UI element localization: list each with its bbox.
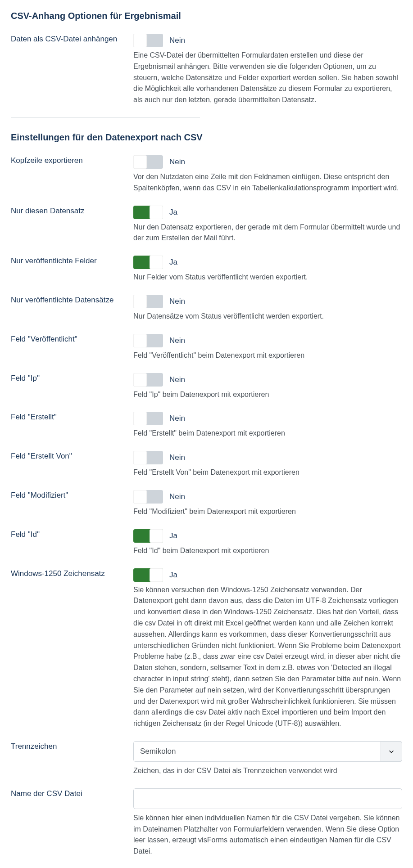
- nur-veroeffentlichte-felder-toggle[interactable]: [133, 256, 163, 269]
- section-csv-export-title: Einstellungen für den Datenexport nach C…: [11, 132, 402, 143]
- field-daten-als-csv-datei-anhaengen: Daten als CSV-Datei anhängenNeinEine CSV…: [11, 34, 402, 106]
- field-nur-veroeffentlichte-felder: Nur veröffentlichte FelderJaNur Felder v…: [11, 256, 402, 283]
- csv-filename-label: Name der CSV Datei: [11, 788, 133, 798]
- nur-veroeffentlichte-datensaetze-toggle[interactable]: [133, 295, 163, 308]
- field-feld-ip: Feld "Ip"NeinFeld "Ip" beim Datenexport …: [11, 373, 402, 400]
- windows-1250-zeichensatz-toggle-state: Ja: [169, 571, 177, 580]
- section-divider: [11, 117, 200, 118]
- field-nur-veroeffentlichte-datensaetze: Nur veröffentlichte DatensätzeNeinNur Da…: [11, 295, 402, 322]
- field-feld-modifiziert: Feld "Modifiziert"NeinFeld "Modifiziert"…: [11, 490, 402, 517]
- daten-als-csv-datei-anhaengen-label: Daten als CSV-Datei anhängen: [11, 34, 133, 44]
- nur-veroeffentlichte-datensaetze-label: Nur veröffentlichte Datensätze: [11, 295, 133, 305]
- feld-erstellt-toggle[interactable]: [133, 412, 163, 425]
- feld-id-help: Feld "Id" beim Datenexport mit exportier…: [133, 545, 402, 557]
- nur-veroeffentlichte-felder-toggle-state: Ja: [169, 258, 177, 267]
- feld-modifiziert-toggle-state: Nein: [169, 492, 185, 501]
- feld-erstellt-help: Feld "Erstellt" beim Datenexport mit exp…: [133, 428, 402, 439]
- kopfzeile-exportieren-toggle-state: Nein: [169, 157, 185, 166]
- feld-id-toggle-state: Ja: [169, 531, 177, 540]
- csv-filename-input[interactable]: [133, 788, 402, 809]
- nur-veroeffentlichte-datensaetze-help: Nur Datensätze vom Status veröffentlicht…: [133, 311, 402, 322]
- feld-modifiziert-toggle[interactable]: [133, 490, 163, 504]
- separator-label: Trennzeichen: [11, 741, 133, 751]
- feld-modifiziert-label: Feld "Modifiziert": [11, 490, 133, 500]
- feld-veroeffentlicht-toggle[interactable]: [133, 334, 163, 347]
- nur-diesen-datensatz-help: Nur den Datensatz exportieren, der gerad…: [133, 222, 402, 244]
- daten-als-csv-datei-anhaengen-toggle[interactable]: [133, 34, 163, 47]
- field-feld-erstellt: Feld "Erstellt"NeinFeld "Erstellt" beim …: [11, 412, 402, 439]
- feld-erstellt-von-help: Feld "Erstellt Von" beim Datenexport mit…: [133, 467, 402, 478]
- feld-ip-label: Feld "Ip": [11, 373, 133, 383]
- feld-veroeffentlicht-label: Feld "Veröffentlicht": [11, 334, 133, 344]
- nur-veroeffentlichte-felder-help: Nur Felder vom Status veröffentlicht wer…: [133, 272, 402, 283]
- windows-1250-zeichensatz-toggle[interactable]: [133, 568, 163, 582]
- field-windows-1250-zeichensatz: Windows-1250 ZeichensatzJaSie können ver…: [11, 568, 402, 729]
- field-csv-filename: Name der CSV Datei Sie können hier einen…: [11, 788, 402, 857]
- field-feld-id: Feld "Id"JaFeld "Id" beim Datenexport mi…: [11, 529, 402, 557]
- feld-erstellt-toggle-state: Nein: [169, 414, 185, 423]
- field-kopfzeile-exportieren: Kopfzeile exportierenNeinVor den Nutzdat…: [11, 155, 402, 194]
- feld-erstellt-von-toggle-state: Nein: [169, 453, 185, 462]
- separator-select-value: Semikolon: [140, 747, 176, 756]
- feld-ip-toggle-state: Nein: [169, 375, 185, 384]
- csv-filename-help: Sie können hier einen individuellen Name…: [133, 813, 402, 857]
- feld-veroeffentlicht-help: Feld "Veröffentlicht" beim Datenexport m…: [133, 350, 402, 361]
- separator-select[interactable]: Semikolon: [133, 741, 402, 762]
- feld-id-label: Feld "Id": [11, 529, 133, 539]
- feld-erstellt-label: Feld "Erstellt": [11, 412, 133, 422]
- kopfzeile-exportieren-label: Kopfzeile exportieren: [11, 155, 133, 165]
- windows-1250-zeichensatz-label: Windows-1250 Zeichensatz: [11, 568, 133, 578]
- feld-erstellt-von-label: Feld "Erstellt Von": [11, 451, 133, 461]
- field-feld-veroeffentlicht: Feld "Veröffentlicht"NeinFeld "Veröffent…: [11, 334, 402, 361]
- field-nur-diesen-datensatz: Nur diesen DatensatzJaNur den Datensatz …: [11, 206, 402, 244]
- nur-diesen-datensatz-toggle[interactable]: [133, 206, 163, 219]
- field-feld-erstellt-von: Feld "Erstellt Von"NeinFeld "Erstellt Vo…: [11, 451, 402, 478]
- nur-veroeffentlichte-datensaetze-toggle-state: Nein: [169, 297, 185, 306]
- feld-modifiziert-help: Feld "Modifiziert" beim Datenexport mit …: [133, 506, 402, 517]
- nur-diesen-datensatz-label: Nur diesen Datensatz: [11, 206, 133, 216]
- feld-veroeffentlicht-toggle-state: Nein: [169, 336, 185, 345]
- feld-id-toggle[interactable]: [133, 529, 163, 543]
- daten-als-csv-datei-anhaengen-help: Eine CSV-Datei der übermittelten Formula…: [133, 50, 402, 106]
- kopfzeile-exportieren-toggle[interactable]: [133, 155, 163, 169]
- feld-ip-toggle[interactable]: [133, 373, 163, 387]
- field-separator: Trennzeichen Semikolon Zeichen, das in d…: [11, 741, 402, 777]
- nur-veroeffentlichte-felder-label: Nur veröffentlichte Felder: [11, 256, 133, 265]
- section-csv-attachment-title: CSV-Anhang Optionen für Ergebnismail: [11, 11, 402, 21]
- feld-erstellt-von-toggle[interactable]: [133, 451, 163, 464]
- feld-ip-help: Feld "Ip" beim Datenexport mit exportier…: [133, 389, 402, 400]
- daten-als-csv-datei-anhaengen-toggle-state: Nein: [169, 36, 185, 45]
- nur-diesen-datensatz-toggle-state: Ja: [169, 208, 177, 217]
- windows-1250-zeichensatz-help: Sie können versuchen den Windows-1250 Ze…: [133, 585, 402, 729]
- kopfzeile-exportieren-help: Vor den Nutzdaten eine Zeile mit den Fel…: [133, 171, 402, 194]
- separator-help: Zeichen, das in der CSV Datei als Trennz…: [133, 765, 402, 777]
